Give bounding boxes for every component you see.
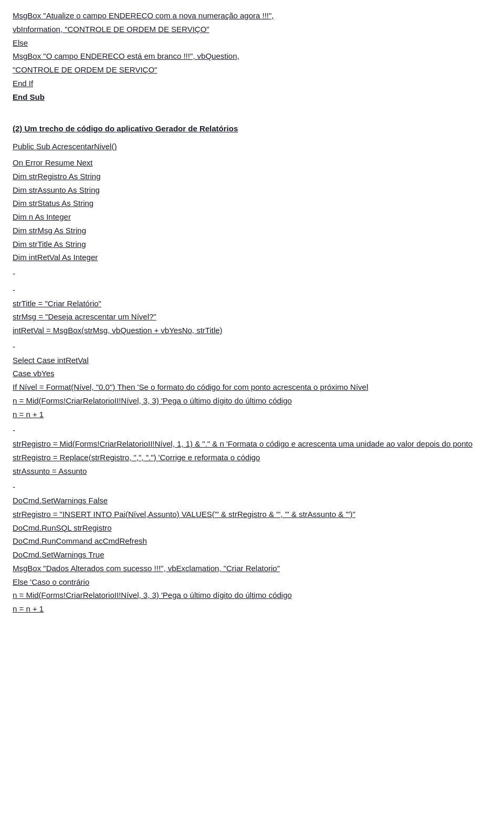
code-line-intretval: intRetVal = MsgBox(strMsg, vbQuestion + … <box>13 324 491 337</box>
code-line-dim-intretval: Dim intRetVal As Integer <box>13 251 491 264</box>
code-line-msgbox-dados: MsgBox "Dados Alterados com sucesso !!!"… <box>13 562 491 575</box>
code-line-docmd-setwarnings-true: DoCmd.SetWarnings True <box>13 549 491 562</box>
code-section-1: MsgBox "Atualize o campo ENDERECO com a … <box>13 9 491 104</box>
code-line-5: "CONTROLE DE ORDEM DE SERVIÇO" <box>13 64 491 77</box>
code-line-end-sub: End Sub <box>13 91 491 104</box>
dash-3: - <box>13 340 491 354</box>
code-line-else-caso: Else 'Caso o contrário <box>13 576 491 589</box>
code-line-2: vbInformation, "CONTROLE DE ORDEM DE SER… <box>13 23 491 36</box>
code-line-4: MsgBox "O campo ENDERECO está em branco … <box>13 50 491 63</box>
code-line-3: Else <box>13 37 491 50</box>
code-line-1: MsgBox "Atualize o campo ENDERECO com a … <box>13 9 491 23</box>
code-line-strregistro-replace: strRegistro = Replace(strRegistro, ",", … <box>13 451 491 464</box>
code-line-dim-strstatus: Dim strStatus As String <box>13 197 491 210</box>
code-line-n-mid-2: n = Mid(Forms!CriarRelatorioII!Nível, 3,… <box>13 589 491 602</box>
code-line-dim-n: Dim n As Integer <box>13 211 491 224</box>
dash-4: - <box>13 424 491 437</box>
code-line-strregistro-insert: strRegistro = "INSERT INTO Pai(Nível,Ass… <box>13 508 491 521</box>
spacer-1 <box>13 104 491 109</box>
code-line-6: End If <box>13 77 491 90</box>
code-line-on-error: On Error Resume Next <box>13 157 491 170</box>
section-title-2: (2) Um trecho de código do aplicativo Ge… <box>13 124 491 133</box>
code-line-strregistro-mid: strRegistro = Mid(Forms!CriarRelatorioII… <box>13 438 491 451</box>
code-line-public-sub: Public Sub AcrescentarNivel() <box>13 140 491 153</box>
code-line-dim-strreg: Dim strRegistro As String <box>13 170 491 183</box>
code-line-n-plus-1-1: n = n + 1 <box>13 408 491 421</box>
code-line-dim-strassunto: Dim strAssunto As String <box>13 184 491 197</box>
dash-2: - <box>13 284 491 297</box>
code-line-n-mid-1: n = Mid(Forms!CriarRelatorioII!Nível, 3,… <box>13 395 491 408</box>
code-line-if-nivel: If Nível = Format(Nível, "0.0") Then 'Se… <box>13 381 491 394</box>
code-line-strmsg: strMsg = "Deseja acrescentar um Nível?" <box>13 311 491 324</box>
code-line-docmd-runsql: DoCmd.RunSQL strRegistro <box>13 522 491 535</box>
code-line-dim-strtitle: Dim strTitle As String <box>13 238 491 251</box>
dash-1: - <box>13 267 491 281</box>
code-section-2: Public Sub AcrescentarNivel() On Error R… <box>13 140 491 616</box>
code-line-docmd-runcommand: DoCmd.RunCommand acCmdRefresh <box>13 535 491 548</box>
spacer-2 <box>13 109 491 115</box>
dash-5: - <box>13 481 491 494</box>
code-line-strassunto: strAssunto = Assunto <box>13 465 491 478</box>
code-line-strtitle: strTitle = "Criar Relatório" <box>13 297 491 311</box>
code-line-dim-strmsg: Dim strMsg As String <box>13 224 491 237</box>
code-line-select: Select Case intRetVal <box>13 354 491 367</box>
code-line-n-plus-1-2: n = n + 1 <box>13 603 491 616</box>
code-line-case-vbyes: Case vbYes <box>13 367 491 380</box>
code-line-docmd-setwarnings-false: DoCmd.SetWarnings False <box>13 494 491 508</box>
